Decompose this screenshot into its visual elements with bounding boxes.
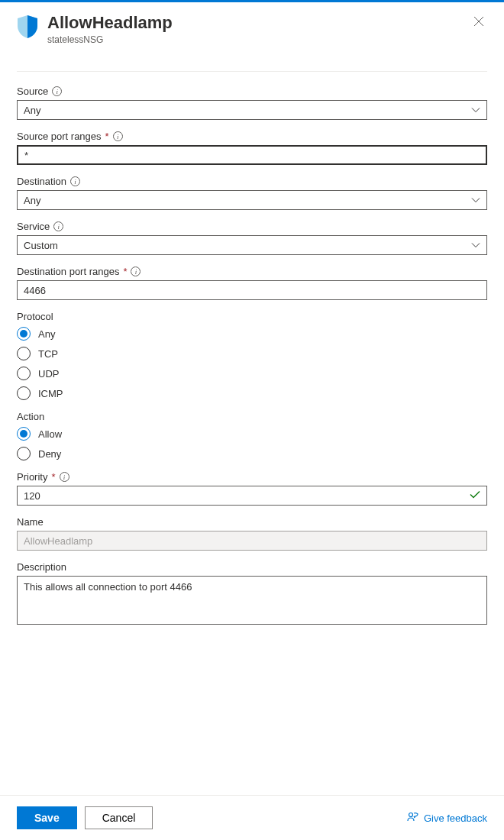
- label-name: Name: [17, 516, 487, 528]
- label-source-port-ranges: Source port ranges * i: [17, 131, 487, 142]
- field-description: Description: [17, 561, 487, 627]
- protocol-radio-any[interactable]: Any: [17, 327, 487, 341]
- label-text: Name: [17, 516, 44, 528]
- radio-label: ICMP: [38, 388, 63, 399]
- required-marker: *: [105, 131, 109, 142]
- action-radio-deny[interactable]: Deny: [17, 447, 487, 460]
- required-marker: *: [51, 471, 55, 483]
- label-protocol: Protocol: [17, 311, 487, 322]
- chevron-down-icon: [471, 240, 480, 251]
- radio-label: TCP: [38, 348, 58, 360]
- give-feedback-link[interactable]: Give feedback: [407, 811, 487, 825]
- page-title: AllowHeadlamp: [47, 13, 461, 33]
- label-text: Priority: [17, 471, 47, 483]
- field-source: Source i Any: [17, 86, 487, 120]
- title-block: AllowHeadlamp statelessNSG: [47, 13, 461, 45]
- label-text: Description: [17, 561, 66, 573]
- page-subtitle: statelessNSG: [47, 34, 461, 45]
- info-icon[interactable]: i: [60, 472, 69, 482]
- radio-label: Any: [38, 328, 55, 340]
- source-select[interactable]: Any: [17, 100, 487, 120]
- check-icon: [470, 490, 480, 502]
- label-action: Action: [17, 411, 487, 422]
- info-icon[interactable]: i: [53, 221, 63, 231]
- info-icon[interactable]: i: [113, 131, 123, 141]
- dest-port-ranges-input[interactable]: [17, 280, 487, 300]
- panel-header: AllowHeadlamp statelessNSG: [0, 2, 504, 51]
- info-icon[interactable]: i: [52, 86, 62, 96]
- label-priority: Priority * i: [17, 471, 487, 483]
- feedback-label: Give feedback: [424, 813, 487, 824]
- radio-label: Deny: [38, 448, 61, 460]
- label-service: Service i: [17, 221, 487, 232]
- close-button[interactable]: [470, 13, 487, 32]
- label-text: Source port ranges: [17, 131, 102, 142]
- priority-input[interactable]: 120: [17, 486, 487, 506]
- label-description: Description: [17, 561, 487, 573]
- label-text: Service: [17, 221, 50, 232]
- protocol-radio-udp[interactable]: UDP: [17, 367, 487, 380]
- svg-point-0: [409, 813, 412, 816]
- description-textarea[interactable]: [17, 576, 487, 625]
- protocol-radio-tcp[interactable]: TCP: [17, 347, 487, 360]
- radio-label: UDP: [38, 368, 59, 380]
- protocol-radio-group: Any TCP UDP ICMP: [17, 327, 487, 400]
- save-button[interactable]: Save: [17, 806, 77, 829]
- field-priority: Priority * i 120: [17, 471, 487, 506]
- select-value: Any: [24, 105, 40, 116]
- action-radio-allow[interactable]: Allow: [17, 427, 487, 441]
- field-dest-port-ranges: Destination port ranges * i: [17, 266, 487, 300]
- close-icon: [473, 16, 484, 27]
- label-text: Protocol: [17, 311, 53, 322]
- panel-footer: Save Cancel Give feedback: [0, 795, 504, 840]
- required-marker: *: [123, 266, 127, 277]
- label-text: Source: [17, 86, 48, 97]
- input-value: 120: [24, 490, 40, 502]
- select-value: Any: [24, 195, 40, 206]
- name-input: [17, 531, 487, 551]
- cancel-button[interactable]: Cancel: [85, 806, 153, 829]
- field-service: Service i Custom: [17, 221, 487, 255]
- field-name: Name: [17, 516, 487, 551]
- source-port-ranges-input[interactable]: [17, 145, 487, 165]
- label-destination: Destination i: [17, 176, 487, 187]
- protocol-radio-icmp[interactable]: ICMP: [17, 386, 487, 400]
- select-value: Custom: [24, 240, 58, 251]
- label-text: Destination: [17, 176, 66, 187]
- service-select[interactable]: Custom: [17, 235, 487, 255]
- destination-select[interactable]: Any: [17, 190, 487, 210]
- chevron-down-icon: [471, 195, 480, 206]
- rule-edit-panel: AllowHeadlamp statelessNSG Source i Any …: [0, 2, 504, 840]
- chevron-down-icon: [471, 105, 480, 116]
- field-destination: Destination i Any: [17, 176, 487, 210]
- label-source: Source i: [17, 86, 487, 97]
- radio-label: Allow: [38, 428, 62, 440]
- label-text: Destination port ranges: [17, 266, 119, 277]
- field-source-port-ranges: Source port ranges * i: [17, 131, 487, 165]
- action-radio-group: Allow Deny: [17, 427, 487, 460]
- field-protocol: Protocol Any TCP UDP ICMP: [17, 311, 487, 400]
- form-body: Source i Any Source port ranges * i Dest…: [0, 72, 504, 795]
- info-icon[interactable]: i: [131, 267, 141, 276]
- field-action: Action Allow Deny: [17, 411, 487, 460]
- label-dest-port-ranges: Destination port ranges * i: [17, 266, 487, 277]
- feedback-icon: [407, 811, 419, 825]
- label-text: Action: [17, 411, 44, 422]
- info-icon[interactable]: i: [70, 176, 80, 186]
- shield-icon: [17, 13, 38, 41]
